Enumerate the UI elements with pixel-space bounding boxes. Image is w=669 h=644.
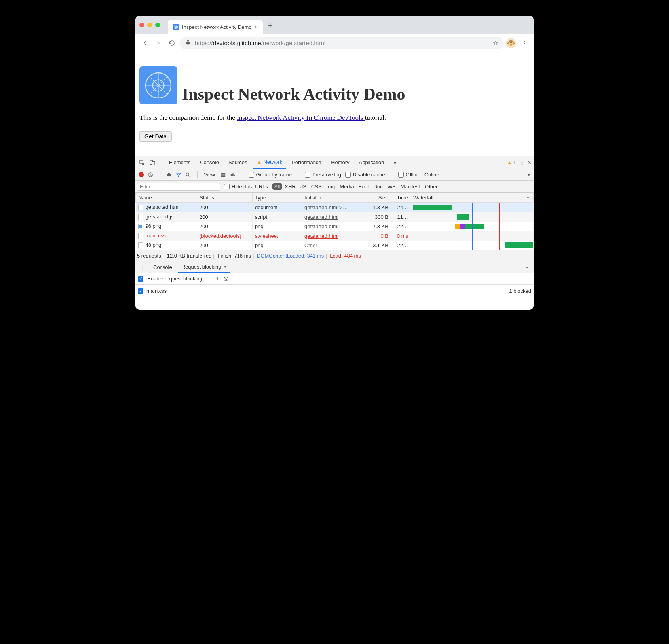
type-filter-xhr[interactable]: XHR	[282, 183, 298, 190]
enable-request-blocking-label: Enable request blocking	[147, 276, 202, 282]
table-row[interactable]: 96.png200pnggetstarted.html7.3 KB22…	[136, 222, 534, 231]
svg-rect-14	[221, 176, 225, 176]
col-initiator[interactable]: Initiator	[302, 193, 357, 203]
warning-triangle-icon: ▲	[257, 159, 262, 165]
address-bar: https://devtools.glitch.me/network/getst…	[135, 34, 534, 52]
svg-rect-13	[221, 174, 225, 175]
type-filter-doc[interactable]: Doc	[371, 183, 385, 190]
close-drawer-tab-icon[interactable]: ×	[223, 264, 226, 270]
maximize-window-icon[interactable]	[155, 23, 160, 27]
drawer-tab-request-blocking[interactable]: Request blocking×	[178, 261, 230, 273]
panel-tab-console[interactable]: Console	[196, 156, 223, 169]
pattern-count: 1 blocked	[509, 288, 531, 294]
drawer-tab-console[interactable]: Console	[149, 261, 176, 273]
chrome-menu-button[interactable]: ⋮	[519, 38, 530, 49]
throttling-dropdown-icon[interactable]: ▾	[528, 172, 530, 178]
type-filter-img[interactable]: Img	[324, 183, 338, 190]
drawer-tabs: ⋮ Console Request blocking× ×	[135, 261, 534, 273]
type-filter-js[interactable]: JS	[298, 183, 309, 190]
table-row[interactable]: main.css(blocked:devtools)stylesheetgets…	[136, 231, 534, 241]
tutorial-link[interactable]: Inspect Network Activity In Chrome DevTo…	[237, 114, 365, 121]
page-logo-icon	[139, 66, 177, 104]
file-icon	[138, 233, 143, 239]
type-filter-media[interactable]: Media	[337, 183, 356, 190]
overview-icon[interactable]	[230, 172, 236, 178]
large-rows-icon[interactable]	[220, 172, 226, 178]
get-data-button[interactable]: Get Data	[139, 131, 172, 142]
close-window-icon[interactable]	[139, 23, 144, 27]
device-toolbar-icon[interactable]	[148, 159, 157, 166]
panel-tab-network[interactable]: ▲Network	[253, 156, 287, 169]
url-text: https://devtools.glitch.me/network/getst…	[195, 40, 325, 46]
type-filter-font[interactable]: Font	[356, 183, 371, 190]
group-by-frame-checkbox[interactable]: Group by frame	[249, 172, 292, 178]
back-button[interactable]	[139, 38, 150, 49]
drawer-close-icon[interactable]: ×	[525, 264, 531, 271]
new-tab-button[interactable]: +	[268, 21, 273, 31]
svg-point-0	[174, 25, 178, 29]
initiator-text: Other	[304, 242, 317, 248]
bookmark-star-icon[interactable]: ☆	[493, 40, 498, 47]
table-row[interactable]: getstarted.html200documentgetstarted.htm…	[136, 203, 534, 212]
browser-tab[interactable]: Inspect Network Activity Demo ×	[168, 20, 263, 34]
inspect-element-icon[interactable]	[138, 159, 146, 166]
page-content: Inspect Network Activity Demo This is th…	[135, 52, 534, 156]
devtools-favicon-icon	[173, 24, 179, 30]
minimize-window-icon[interactable]	[147, 23, 152, 27]
type-filter-ws[interactable]: WS	[385, 183, 398, 190]
remove-all-patterns-icon[interactable]	[223, 276, 229, 282]
initiator-link[interactable]: getstarted.html	[304, 233, 338, 239]
file-icon	[138, 242, 143, 248]
panel-tab-elements[interactable]: Elements	[165, 156, 194, 169]
svg-rect-15	[230, 174, 232, 176]
initiator-link[interactable]: getstarted.html	[304, 224, 338, 229]
profile-avatar[interactable]: 🐵	[506, 38, 516, 48]
close-tab-icon[interactable]: ×	[255, 24, 258, 30]
record-button[interactable]	[139, 172, 144, 177]
col-status[interactable]: Status	[197, 193, 253, 203]
initiator-link[interactable]: getstarted.html:2…	[304, 205, 348, 210]
panel-tab-performance[interactable]: Performance	[288, 156, 325, 169]
col-type[interactable]: Type	[253, 193, 302, 203]
offline-checkbox[interactable]: Offline	[398, 172, 420, 178]
col-waterfall[interactable]: Waterfall▲	[411, 193, 534, 203]
url-field[interactable]: https://devtools.glitch.me/network/getst…	[180, 37, 504, 49]
pattern-name: main.css	[146, 288, 167, 294]
view-label: View:	[204, 172, 217, 178]
table-row[interactable]: 48.png200pngOther3.1 KB22…	[136, 241, 534, 250]
pattern-checkbox[interactable]: ✓	[138, 288, 143, 294]
blocked-pattern-row[interactable]: ✓ main.css 1 blocked	[138, 288, 531, 294]
type-filter-css[interactable]: CSS	[309, 183, 324, 190]
panel-tab-sources[interactable]: Sources	[224, 156, 251, 169]
forward-button[interactable]	[153, 38, 164, 49]
hide-data-urls-checkbox[interactable]: Hide data URLs	[224, 184, 268, 189]
type-filter-other[interactable]: Other	[422, 183, 440, 190]
devtools-settings-icon[interactable]: ⋮	[519, 159, 525, 165]
preserve-log-checkbox[interactable]: Preserve log	[305, 172, 341, 178]
filter-icon[interactable]	[176, 172, 181, 178]
svg-rect-17	[234, 175, 234, 176]
svg-rect-16	[232, 173, 233, 176]
col-size[interactable]: Size	[357, 193, 391, 203]
col-time[interactable]: Time	[391, 193, 411, 203]
add-pattern-button[interactable]: +	[215, 275, 220, 283]
disable-cache-checkbox[interactable]: Disable cache	[345, 172, 385, 178]
panel-tab-application[interactable]: Application	[355, 156, 388, 169]
panel-overflow-button[interactable]: »	[390, 156, 400, 169]
initiator-link[interactable]: getstarted.html	[304, 214, 338, 220]
devtools-close-icon[interactable]: ×	[528, 159, 531, 166]
col-name[interactable]: Name	[136, 193, 197, 203]
clear-icon[interactable]	[148, 172, 153, 178]
type-filter-manifest[interactable]: Manifest	[398, 183, 422, 190]
throttling-select[interactable]: Online	[424, 172, 439, 178]
panel-tab-memory[interactable]: Memory	[327, 156, 354, 169]
filter-input[interactable]	[137, 183, 220, 191]
drawer-menu-icon[interactable]: ⋮	[138, 264, 148, 270]
type-filter-all[interactable]: All	[272, 183, 282, 190]
enable-request-blocking-checkbox[interactable]: ✓	[138, 276, 143, 282]
table-row[interactable]: getstarted.js200scriptgetstarted.html330…	[136, 212, 534, 222]
warnings-badge[interactable]: ▲1	[507, 159, 516, 165]
search-icon[interactable]	[185, 172, 191, 178]
reload-button[interactable]	[166, 38, 177, 49]
screenshot-icon[interactable]	[166, 172, 172, 178]
